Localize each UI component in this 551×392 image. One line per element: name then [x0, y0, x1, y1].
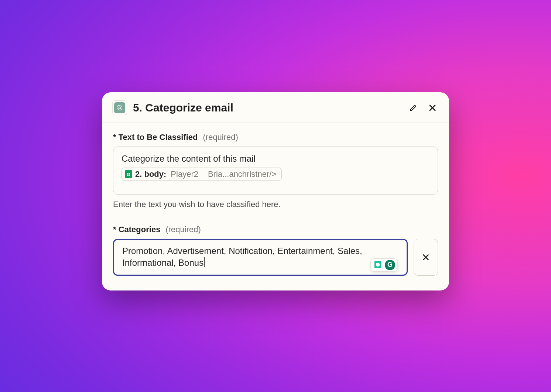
categories-input[interactable]: Promotion, Advertisement, Notification, …: [122, 245, 370, 269]
pill-value-2: Bria...anchristner/>: [208, 169, 276, 179]
text-field-label: * Text to Be Classified: [113, 133, 198, 142]
categories-required: (required): [165, 225, 201, 234]
text-to-classify-input[interactable]: Categorize the content of this mail 2. b…: [113, 147, 438, 195]
prompt-text-line: Categorize the content of this mail: [122, 154, 429, 164]
card-title: 5. Categorize email: [133, 102, 402, 114]
categories-input-wrap[interactable]: Promotion, Advertisement, Notification, …: [113, 239, 408, 276]
card-body: * Text to Be Classified (required) Categ…: [102, 123, 449, 290]
openai-logo-icon: [116, 104, 123, 111]
categories-label: * Categories: [113, 225, 160, 234]
text-field-helper: Enter the text you wish to have classifi…: [113, 200, 438, 209]
edit-button[interactable]: [408, 102, 419, 113]
categories-row: Promotion, Advertisement, Notification, …: [113, 239, 438, 276]
pill-key: 2. body:: [135, 169, 166, 179]
openai-app-icon: [112, 100, 127, 115]
svg-point-0: [119, 107, 120, 109]
close-icon: [428, 103, 437, 112]
grammarly-tone-icon: [371, 258, 385, 271]
grammarly-widget[interactable]: G: [370, 258, 398, 272]
mapped-field-pill[interactable]: 2. body: Player2 Bria...anchristner/>: [122, 168, 282, 181]
categories-label-row: * Categories (required): [113, 225, 438, 234]
clear-categories-button[interactable]: [414, 239, 438, 276]
pill-value-1: Player2: [171, 169, 198, 179]
pencil-icon: [409, 103, 418, 112]
header-actions: [408, 102, 438, 113]
card-header: 5. Categorize email: [102, 92, 449, 123]
text-cursor: [204, 257, 205, 267]
close-button[interactable]: [427, 102, 438, 113]
close-icon: [422, 253, 430, 261]
text-field-required: (required): [203, 133, 238, 142]
grammarly-logo-icon: G: [385, 260, 395, 270]
step-card: 5. Categorize email * Text to Be Classif…: [102, 92, 449, 290]
text-field-label-row: * Text to Be Classified (required): [113, 133, 438, 142]
google-sheets-icon: [125, 170, 132, 178]
